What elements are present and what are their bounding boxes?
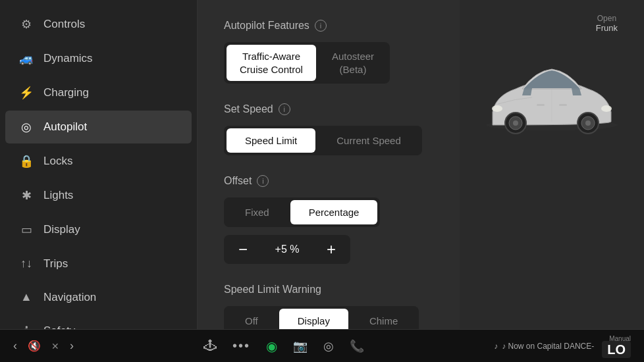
content-panel: Autopilot Features i Traffic-Aware Cruis… bbox=[198, 0, 460, 329]
safety-icon: ℹ bbox=[18, 324, 34, 329]
autopilot-features-toggle-group: Traffic-Aware Cruise Control Autosteer (… bbox=[224, 42, 390, 84]
sidebar-label-safety: Safety bbox=[43, 324, 75, 329]
sidebar-item-locks[interactable]: 🔒 Locks bbox=[5, 145, 192, 178]
fixed-button[interactable]: Fixed bbox=[227, 200, 288, 224]
sidebar-label-charging: Charging bbox=[43, 86, 89, 99]
gear-info: Manual LO bbox=[602, 335, 631, 357]
locks-icon: 🔒 bbox=[18, 154, 34, 168]
svg-rect-10 bbox=[537, 104, 545, 106]
app-container: ⚙ Controls 🚙 Dynamics ⚡ Charging ◎ Autop… bbox=[0, 0, 644, 362]
offset-increase-button[interactable]: + bbox=[320, 239, 342, 260]
sidebar-label-lights: Lights bbox=[43, 189, 73, 202]
volume-mute-icon[interactable]: 🔇 bbox=[28, 340, 41, 352]
offset-info-icon[interactable]: i bbox=[257, 175, 269, 187]
sidebar-label-autopilot: Autopilot bbox=[43, 120, 87, 134]
car-svg bbox=[479, 59, 624, 145]
traffic-aware-button[interactable]: Traffic-Aware Cruise Control bbox=[227, 45, 316, 81]
frunk-text: Frunk bbox=[596, 23, 618, 33]
sidebar-label-dynamics: Dynamics bbox=[43, 52, 93, 65]
bottom-right: ♪ ♪ Now on Capital DANCE- Manual LO bbox=[494, 335, 631, 357]
autopilot-features-title: Autopilot Features i bbox=[224, 20, 433, 32]
autosteer-button[interactable]: Autosteer (Beta) bbox=[319, 45, 387, 81]
trips-icon: ↑↓ bbox=[18, 257, 34, 271]
close-button[interactable]: ✕ bbox=[51, 341, 59, 351]
svg-rect-11 bbox=[559, 104, 567, 106]
display-button[interactable]: Display bbox=[279, 309, 348, 329]
bottom-bar: ‹ 🔇 ✕ › 🕹 ••• ◉ 📷 ◎ 📞 ♪ ♪ Now on Capital… bbox=[0, 329, 644, 362]
nav-right-button[interactable]: › bbox=[70, 339, 74, 353]
svg-point-6 bbox=[585, 120, 591, 126]
set-speed-toggle-group: Speed Limit Current Speed bbox=[224, 126, 422, 155]
offset-decrease-button[interactable]: − bbox=[232, 239, 254, 260]
set-speed-section: Set Speed i Speed Limit Current Speed bbox=[224, 103, 433, 155]
controls-icon: ⚙ bbox=[18, 17, 34, 32]
more-options-icon[interactable]: ••• bbox=[232, 338, 250, 353]
car-panel: Open Frunk bbox=[460, 0, 644, 329]
spotify-icon[interactable]: ◉ bbox=[266, 338, 277, 354]
navigation-icon: ▲ bbox=[18, 290, 34, 304]
svg-point-9 bbox=[601, 105, 612, 112]
autopilot-features-section: Autopilot Features i Traffic-Aware Cruis… bbox=[224, 20, 433, 84]
sidebar-label-display: Display bbox=[43, 223, 80, 236]
sidebar-item-navigation[interactable]: ▲ Navigation bbox=[5, 281, 192, 313]
svg-point-3 bbox=[513, 120, 518, 126]
charging-icon: ⚡ bbox=[18, 86, 34, 100]
percentage-button[interactable]: Percentage bbox=[290, 200, 378, 224]
speed-limit-warning-title: Speed Limit Warning bbox=[224, 284, 433, 296]
sidebar-label-navigation: Navigation bbox=[43, 291, 96, 304]
now-playing: ♪ ♪ Now on Capital DANCE- bbox=[494, 342, 594, 351]
phone-icon[interactable]: 📞 bbox=[350, 339, 364, 353]
camera-icon[interactable]: 📷 bbox=[293, 339, 308, 353]
speed-limit-warning-section: Speed Limit Warning Off Display Chime bbox=[224, 284, 433, 329]
frunk-label: Open Frunk bbox=[596, 13, 618, 33]
set-speed-title: Set Speed i bbox=[224, 103, 433, 115]
svg-point-8 bbox=[492, 105, 502, 112]
steering-icon[interactable]: ◎ bbox=[323, 339, 334, 353]
sidebar-item-autopilot[interactable]: ◎ Autopilot bbox=[5, 111, 192, 143]
offset-section: Offset i Fixed Percentage − +5 % + bbox=[224, 175, 433, 264]
offset-stepper: − +5 % + bbox=[224, 235, 350, 264]
nav-left-button[interactable]: ‹ bbox=[13, 339, 17, 353]
frunk-open-text: Open bbox=[597, 14, 616, 23]
speed-limit-warning-toggle-group: Off Display Chime bbox=[224, 306, 419, 329]
sidebar: ⚙ Controls 🚙 Dynamics ⚡ Charging ◎ Autop… bbox=[0, 0, 198, 329]
speed-limit-button[interactable]: Speed Limit bbox=[227, 128, 315, 153]
sidebar-item-lights[interactable]: ✱ Lights bbox=[5, 179, 192, 212]
autopilot-icon: ◎ bbox=[18, 120, 34, 134]
music-note-icon: ♪ bbox=[494, 342, 498, 351]
bottom-left: ‹ 🔇 ✕ › bbox=[13, 339, 74, 353]
autopilot-features-info-icon[interactable]: i bbox=[315, 20, 327, 32]
offset-toggle-group: Fixed Percentage bbox=[224, 197, 380, 227]
bottom-center: 🕹 ••• ◉ 📷 ◎ 📞 bbox=[203, 338, 364, 354]
gear-badge: LO bbox=[602, 341, 631, 358]
current-speed-button[interactable]: Current Speed bbox=[318, 128, 419, 153]
set-speed-info-icon[interactable]: i bbox=[279, 103, 290, 115]
sidebar-item-controls[interactable]: ⚙ Controls bbox=[5, 8, 192, 41]
car-image bbox=[479, 59, 624, 145]
sidebar-item-safety[interactable]: ℹ Safety bbox=[5, 315, 192, 329]
sidebar-item-dynamics[interactable]: 🚙 Dynamics bbox=[5, 42, 192, 75]
dynamics-icon: 🚙 bbox=[18, 51, 34, 66]
sidebar-label-locks: Locks bbox=[43, 155, 72, 168]
lights-icon: ✱ bbox=[18, 188, 34, 203]
sidebar-label-trips: Trips bbox=[43, 257, 68, 271]
now-playing-text: ♪ Now on Capital DANCE- bbox=[502, 342, 594, 351]
offset-value: +5 % bbox=[267, 244, 307, 255]
off-button[interactable]: Off bbox=[227, 309, 277, 329]
sidebar-item-trips[interactable]: ↑↓ Trips bbox=[5, 247, 192, 280]
sidebar-item-charging[interactable]: ⚡ Charging bbox=[5, 76, 192, 109]
sidebar-item-display[interactable]: ▭ Display bbox=[5, 213, 192, 246]
sidebar-label-controls: Controls bbox=[43, 18, 85, 31]
display-icon: ▭ bbox=[18, 222, 34, 237]
main-area: ⚙ Controls 🚙 Dynamics ⚡ Charging ◎ Autop… bbox=[0, 0, 644, 329]
chime-button[interactable]: Chime bbox=[351, 309, 416, 329]
joystick-icon[interactable]: 🕹 bbox=[203, 338, 217, 353]
offset-title: Offset i bbox=[224, 175, 433, 187]
